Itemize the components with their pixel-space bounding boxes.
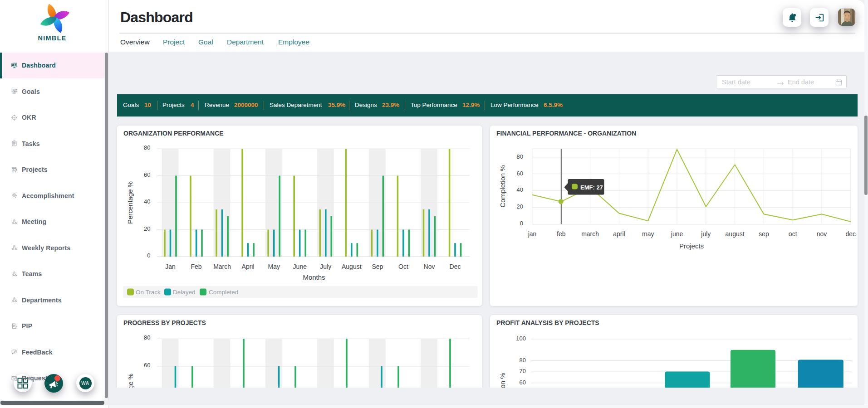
- svg-text:40: 40: [144, 198, 150, 205]
- svg-text:Months: Months: [303, 273, 325, 281]
- svg-text:80: 80: [144, 334, 150, 341]
- svg-text:Completion %: Completion %: [499, 373, 506, 388]
- svg-text:June: June: [293, 263, 307, 270]
- svg-text:60: 60: [517, 170, 523, 177]
- svg-text:Projects: Projects: [679, 242, 704, 250]
- svg-text:nov: nov: [817, 230, 827, 238]
- svg-text:PROFIT ANALYSIS BY PROJECTS: PROFIT ANALYSIS BY PROJECTS: [496, 319, 599, 326]
- svg-text:Delayed: Delayed: [173, 289, 196, 296]
- svg-text:20: 20: [517, 203, 523, 210]
- svg-text:70: 70: [520, 368, 526, 374]
- svg-text:Dec: Dec: [450, 263, 461, 270]
- svg-text:March: March: [213, 263, 231, 270]
- svg-text:ORGANIZATION PERFORMANCE: ORGANIZATION PERFORMANCE: [123, 130, 224, 137]
- svg-text:80: 80: [520, 356, 526, 363]
- svg-text:Percentage %: Percentage %: [127, 373, 134, 388]
- svg-text:feb: feb: [557, 230, 566, 238]
- svg-text:July: July: [320, 263, 331, 270]
- svg-text:june: june: [671, 230, 683, 238]
- svg-text:20: 20: [144, 225, 150, 232]
- svg-text:dec: dec: [846, 230, 856, 238]
- svg-text:Completion %: Completion %: [499, 165, 506, 207]
- svg-text:Nov: Nov: [424, 263, 435, 270]
- svg-text:PROGRESS BY PROJECTS: PROGRESS BY PROJECTS: [123, 319, 206, 326]
- svg-text:60: 60: [520, 379, 526, 385]
- svg-text:80: 80: [517, 153, 523, 160]
- svg-text:Completed: Completed: [209, 289, 238, 296]
- svg-text:FINANCIAL PERFORMANCE - ORGANI: FINANCIAL PERFORMANCE - ORGANIZATION: [496, 130, 636, 137]
- svg-text:May: May: [268, 263, 280, 270]
- svg-text:oct: oct: [789, 230, 797, 238]
- svg-text:sep: sep: [759, 230, 769, 238]
- svg-text:march: march: [581, 230, 599, 238]
- svg-text:august: august: [726, 230, 745, 238]
- svg-text:Oct: Oct: [398, 263, 408, 270]
- svg-text:Percentage %: Percentage %: [126, 181, 134, 224]
- svg-text:Jan: Jan: [165, 263, 176, 270]
- svg-text:april: april: [613, 230, 625, 238]
- svg-text:60: 60: [144, 171, 150, 178]
- svg-text:0: 0: [520, 220, 523, 227]
- svg-text:Sep: Sep: [372, 263, 383, 270]
- svg-text:80: 80: [144, 144, 150, 151]
- svg-text:On Track: On Track: [136, 289, 161, 296]
- svg-text:0: 0: [147, 252, 150, 259]
- svg-text:August: August: [342, 263, 362, 270]
- svg-text:40: 40: [517, 186, 523, 193]
- svg-text:April: April: [242, 263, 255, 270]
- svg-text:may: may: [642, 230, 654, 238]
- svg-text:Feb: Feb: [191, 263, 202, 270]
- svg-text:EMF: 27: EMF: 27: [580, 184, 603, 191]
- svg-text:60: 60: [144, 362, 150, 369]
- svg-text:100: 100: [516, 335, 526, 342]
- svg-text:july: july: [701, 230, 711, 238]
- svg-text:jan: jan: [528, 230, 537, 238]
